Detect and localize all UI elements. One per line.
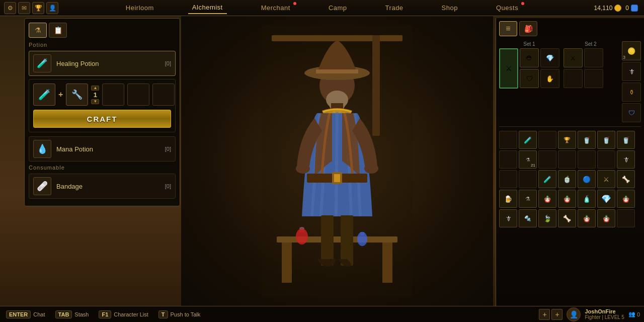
extra-slot-2[interactable]: 🗡 xyxy=(622,62,641,81)
inv-slot-19[interactable]: 🔵 xyxy=(578,170,596,188)
f1-key: F1 xyxy=(99,310,111,318)
bag-tab[interactable]: 🎒 xyxy=(519,21,537,36)
weapon-slot-1[interactable]: ⚔ xyxy=(499,48,518,89)
ingredient-slot-4[interactable] xyxy=(127,84,149,106)
inv-slot-17[interactable]: 🧪 xyxy=(538,170,556,188)
armor-slot[interactable]: 🛡 xyxy=(520,69,539,88)
inv-slot-3[interactable] xyxy=(538,131,556,149)
craft-tab[interactable]: ⚗ xyxy=(29,23,47,38)
inv-slot-30[interactable]: 🔩 xyxy=(519,209,537,227)
inv-slot-8[interactable] xyxy=(499,150,517,169)
svg-point-20 xyxy=(364,164,378,174)
slot-extra-1[interactable]: 💎 xyxy=(540,48,559,67)
bottom-right: + + 👤 JoshOnFire Fighter | LEVEL 5 👥 0 xyxy=(539,307,640,321)
bandage-recipe[interactable]: 🩹 Bandage [0] xyxy=(29,174,176,199)
healing-potion-recipe[interactable]: 🧪 Healing Potion [0] xyxy=(29,51,176,76)
svg-rect-5 xyxy=(382,243,392,283)
plus-btn-1[interactable]: + xyxy=(539,309,550,320)
extra-slot-4[interactable]: 🛡 xyxy=(622,103,641,122)
inv-slot-35[interactable] xyxy=(617,209,635,227)
inv-slot-14[interactable]: 🗡 xyxy=(617,150,635,169)
mail-icon[interactable]: ✉ xyxy=(18,2,30,14)
inv-slot-33[interactable]: 🪆 xyxy=(578,209,596,227)
t-key: T xyxy=(158,310,168,318)
trophy-icon[interactable]: 🏆 xyxy=(32,2,44,14)
right-panel: ≡ 🎒 Set 1 ⚔ ⛑ 💎 🛡 xyxy=(496,18,644,310)
svg-rect-4 xyxy=(282,243,292,283)
plus-buttons: + + xyxy=(539,309,562,320)
inv-slot-31[interactable]: 🍃 xyxy=(538,209,556,227)
inv-slot-9[interactable]: ⚗21 xyxy=(519,150,537,169)
player-class: Fighter | LEVEL 5 xyxy=(585,314,624,320)
consumable-section-label: Consumable xyxy=(29,165,176,171)
mana-potion-recipe[interactable]: 💧 Mana Potion [0] xyxy=(29,136,176,162)
settings-icon[interactable]: ⚙ xyxy=(4,2,16,14)
quantity-control: ▲ 1 ▼ xyxy=(91,86,99,104)
mana-potion-count: [0] xyxy=(165,146,171,152)
plus-btn-2[interactable]: + xyxy=(551,309,562,320)
inv-slot-24[interactable]: 🪆 xyxy=(538,190,556,208)
nav-camp[interactable]: Camp xyxy=(325,2,351,14)
hotkey-tab: TAB Stash xyxy=(55,310,89,318)
hotkey-f1: F1 Character List xyxy=(99,310,148,318)
ingredient-slot-2[interactable]: 🔧 xyxy=(66,84,88,106)
equipment-sets: Set 1 ⚔ ⛑ 💎 🛡 ✋ xyxy=(499,41,641,122)
nav-merchant[interactable]: Merchant xyxy=(257,2,294,14)
inv-slot-20[interactable]: ⚔ xyxy=(597,170,615,188)
inv-slot-28[interactable]: 🪆 xyxy=(617,190,635,208)
inv-slot-7[interactable]: 🥤 xyxy=(617,131,635,149)
svg-rect-3 xyxy=(277,236,397,243)
inv-slot-23[interactable]: ⚗ xyxy=(519,190,537,208)
inv-slot-21[interactable]: 🦴 xyxy=(617,170,635,188)
inv-slot-22[interactable]: 🍺 xyxy=(499,190,517,208)
inv-slot-25[interactable]: 🪆 xyxy=(558,190,576,208)
nav-quests[interactable]: Quests xyxy=(492,2,522,14)
nav-trade[interactable]: Trade xyxy=(381,2,408,14)
inv-slot-16[interactable] xyxy=(519,170,537,188)
inv-slot-18[interactable]: 🍵 xyxy=(558,170,576,188)
ingredient-slot-1[interactable]: 🧪 xyxy=(33,84,55,106)
inv-slot-11[interactable] xyxy=(558,150,576,169)
inv-slot-34[interactable]: 🪆 xyxy=(597,209,615,227)
nav-heirloom[interactable]: Heirloom xyxy=(122,2,158,14)
equipment-tab[interactable]: ≡ xyxy=(499,21,517,36)
inv-slot-12[interactable] xyxy=(578,150,596,169)
set-1-area: Set 1 ⚔ ⛑ 💎 🛡 ✋ xyxy=(499,41,559,122)
mana-potion-icon: 💧 xyxy=(33,140,51,158)
inv-slot-13[interactable] xyxy=(597,150,615,169)
nav-alchemist[interactable]: Alchemist xyxy=(188,2,227,14)
inv-slot-10[interactable] xyxy=(538,150,556,169)
inv-slot-26[interactable]: 🧴 xyxy=(578,190,596,208)
svg-rect-21 xyxy=(321,215,334,266)
set2-offhand[interactable] xyxy=(584,48,603,67)
craft-area: 🧪 + 🔧 ▲ 1 ▼ CRAFT xyxy=(29,79,176,132)
slot-count-num: 3 xyxy=(623,55,625,60)
inv-slot-32[interactable]: 🦴 xyxy=(558,209,576,227)
ingredient-slot-5[interactable] xyxy=(152,84,175,106)
set2-slot-4[interactable] xyxy=(584,69,603,88)
inv-slot-6[interactable]: 🥤 xyxy=(597,131,615,149)
inv-slot-5[interactable]: 🥤 xyxy=(578,131,596,149)
extra-slot-3[interactable]: ⚱ xyxy=(622,83,641,102)
helmet-slot[interactable]: ⛑ xyxy=(520,48,539,67)
set2-equipment: ⚔ xyxy=(564,48,618,88)
craft-button[interactable]: CRAFT xyxy=(33,110,171,128)
ingredients-row: 🧪 + 🔧 ▲ 1 ▼ xyxy=(33,84,171,106)
inv-slot-1[interactable] xyxy=(499,131,517,149)
ingredient-slot-3[interactable] xyxy=(102,84,124,106)
inv-slot-29[interactable]: 🗡 xyxy=(499,209,517,227)
set2-slot-3[interactable] xyxy=(564,69,583,88)
gloves-slot[interactable]: ✋ xyxy=(540,69,559,88)
inv-slot-2[interactable]: 🧪 xyxy=(519,131,537,149)
character-icon[interactable]: 👤 xyxy=(46,2,58,14)
nav-shop[interactable]: Shop xyxy=(438,2,462,14)
inv-slot-15[interactable] xyxy=(499,170,517,188)
inv-slot-27[interactable]: 💎 xyxy=(597,190,615,208)
qty-decrease-btn[interactable]: ▼ xyxy=(91,99,99,104)
mana-potion-name: Mana Potion xyxy=(56,145,165,153)
center-scene xyxy=(181,16,493,306)
set2-weapon-slot[interactable]: ⚔ xyxy=(564,48,583,67)
inv-slot-4[interactable]: 🏆 xyxy=(558,131,576,149)
list-tab[interactable]: 📋 xyxy=(49,23,67,38)
qty-increase-btn[interactable]: ▲ xyxy=(91,86,99,91)
